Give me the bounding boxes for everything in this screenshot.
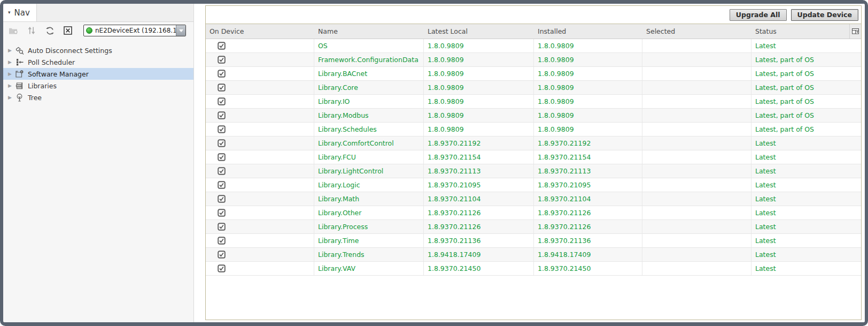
close-box-icon[interactable] [63, 26, 73, 35]
device-selector-value: nE2DeviceExt (192.168.1.52:88) [95, 27, 176, 34]
on-device-checkbox[interactable] [218, 111, 226, 119]
auto-disconnect-icon [15, 46, 25, 55]
table-row[interactable]: Library.Other 1.8.9370.21126 1.8.9370.21… [206, 206, 861, 220]
cell-status: Latest, part of OS [751, 81, 861, 94]
table-row[interactable]: Library.IO 1.8.0.9809 1.8.0.9809 Latest,… [206, 95, 861, 109]
expander-icon[interactable]: ▶ [8, 60, 15, 65]
column-header-name[interactable]: Name [314, 27, 424, 35]
table-row[interactable]: Library.ComfortControl 1.8.9370.21192 1.… [206, 137, 861, 150]
new-folder-icon[interactable] [9, 26, 18, 35]
on-device-checkbox[interactable] [218, 56, 226, 64]
on-device-checkbox[interactable] [218, 84, 226, 92]
poll-scheduler-icon [15, 58, 25, 67]
table-row[interactable]: Framework.ConfigurationData 1.8.0.9809 1… [206, 53, 861, 67]
tree-icon [15, 93, 25, 102]
cell-selected [642, 109, 751, 122]
cell-latest-local: 1.8.0.9809 [424, 95, 534, 108]
cell-status: Latest [751, 150, 861, 164]
tree-item-poll-scheduler[interactable]: ▶ Poll Scheduler [3, 56, 193, 68]
cell-installed: 1.8.9370.21192 [534, 137, 642, 150]
table-options-icon [852, 28, 859, 35]
expander-icon[interactable]: ▶ [8, 84, 15, 88]
table-options-button[interactable] [849, 24, 861, 39]
cell-selected [642, 192, 751, 206]
on-device-checkbox[interactable] [218, 181, 226, 189]
tab-nav[interactable]: ▾ Nav [3, 4, 37, 21]
on-device-checkbox[interactable] [218, 251, 226, 259]
tree-item-tree[interactable]: ▶ Tree [3, 92, 193, 103]
cell-installed: 1.8.9370.21113 [534, 164, 642, 178]
on-device-checkbox[interactable] [218, 153, 226, 161]
table-row[interactable]: OS 1.8.0.9809 1.8.0.9809 Latest [206, 39, 861, 53]
table-row[interactable]: Library.Math 1.8.9370.21104 1.8.9370.211… [206, 192, 861, 206]
table-row[interactable]: Library.Time 1.8.9370.21136 1.8.9370.211… [206, 234, 861, 248]
expander-icon[interactable]: ▶ [8, 72, 15, 77]
table-row[interactable]: Library.Process 1.8.9370.21126 1.8.9370.… [206, 220, 861, 234]
table-row[interactable]: Library.FCU 1.8.9370.21154 1.8.9370.2115… [206, 150, 861, 164]
update-device-button[interactable]: Update Device [791, 9, 858, 21]
action-bar: Upgrade All Update Device [206, 6, 861, 24]
table-row[interactable]: Library.Trends 1.8.9418.17409 1.8.9418.1… [206, 248, 861, 262]
cell-status: Latest [751, 206, 861, 219]
cell-status: Latest, part of OS [751, 123, 861, 136]
tree-item-auto-disconnect-settings[interactable]: ▶ Auto Disconnect Settings [3, 44, 193, 56]
on-device-checkbox[interactable] [218, 223, 226, 231]
cell-selected [642, 178, 751, 192]
chevron-down-icon[interactable]: ▾ [8, 10, 11, 15]
on-device-checkbox[interactable] [218, 209, 226, 217]
table-row[interactable]: Library.LightControl 1.8.9370.21113 1.8.… [206, 164, 861, 178]
cell-selected [642, 95, 751, 108]
refresh-icon[interactable] [45, 26, 55, 35]
column-header-status[interactable]: Status [751, 27, 849, 35]
cell-name: Library.VAV [314, 262, 424, 275]
on-device-checkbox[interactable] [218, 264, 226, 272]
device-selector-dropdown-button[interactable] [176, 25, 185, 36]
cell-installed: 1.8.0.9809 [534, 53, 642, 66]
on-device-checkbox[interactable] [218, 125, 226, 133]
column-header-on-device[interactable]: On Device [206, 27, 314, 35]
table-row[interactable]: Library.BACnet 1.8.0.9809 1.8.0.9809 Lat… [206, 67, 861, 81]
expander-icon[interactable]: ▶ [8, 95, 15, 100]
on-device-checkbox[interactable] [218, 42, 226, 50]
cell-latest-local: 1.8.9370.21126 [424, 220, 534, 233]
cell-latest-local: 1.8.0.9809 [424, 67, 534, 80]
cell-selected [642, 123, 751, 136]
libraries-icon [15, 81, 25, 90]
upgrade-all-button[interactable]: Upgrade All [730, 9, 787, 21]
on-device-checkbox[interactable] [218, 139, 226, 147]
cell-installed: 1.8.9370.21095 [534, 178, 642, 192]
cell-status: Latest [751, 220, 861, 233]
on-device-checkbox[interactable] [218, 195, 226, 203]
tree-item-label: Auto Disconnect Settings [28, 47, 112, 55]
sort-icon[interactable] [27, 26, 36, 35]
tree-item-libraries[interactable]: ▶ Libraries [3, 80, 193, 92]
cell-installed: 1.8.0.9809 [534, 95, 642, 108]
tree-item-software-manager[interactable]: ▶ Software Manager [3, 68, 193, 80]
cell-selected [642, 81, 751, 94]
cell-installed: 1.8.9370.21126 [534, 206, 642, 219]
column-header-latest-local[interactable]: Latest Local [424, 27, 534, 35]
table-row[interactable]: Library.VAV 1.8.9370.21450 1.8.9370.2145… [206, 262, 861, 276]
software-manager-view: Upgrade All Update Device On Device Name… [194, 4, 865, 322]
app-window: ▾ Nav [0, 0, 868, 326]
table-row[interactable]: Library.Schedules 1.8.0.9809 1.8.0.9809 … [206, 123, 861, 137]
column-header-selected[interactable]: Selected [642, 27, 751, 35]
device-selector[interactable]: nE2DeviceExt (192.168.1.52:88) [83, 25, 186, 36]
table-row[interactable]: Library.Logic 1.8.9370.21095 1.8.9370.21… [206, 178, 861, 192]
on-device-checkbox[interactable] [218, 237, 226, 245]
cell-latest-local: 1.8.9370.21095 [424, 178, 534, 192]
expander-icon[interactable]: ▶ [8, 48, 15, 53]
on-device-checkbox[interactable] [218, 70, 226, 78]
cell-status: Latest [751, 39, 861, 52]
table-row[interactable]: Library.Core 1.8.0.9809 1.8.0.9809 Lates… [206, 81, 861, 95]
cell-status: Latest, part of OS [751, 95, 861, 108]
on-device-checkbox[interactable] [218, 167, 226, 175]
on-device-checkbox[interactable] [218, 97, 226, 105]
cell-status: Latest, part of OS [751, 67, 861, 80]
cell-name: Library.ComfortControl [314, 137, 424, 150]
column-header-installed[interactable]: Installed [534, 27, 642, 35]
cell-name: Library.Process [314, 220, 424, 233]
sidebar-toolbar: nE2DeviceExt (192.168.1.52:88) [3, 22, 193, 39]
cell-name: Library.Core [314, 81, 424, 94]
table-row[interactable]: Library.Modbus 1.8.0.9809 1.8.0.9809 Lat… [206, 109, 861, 123]
